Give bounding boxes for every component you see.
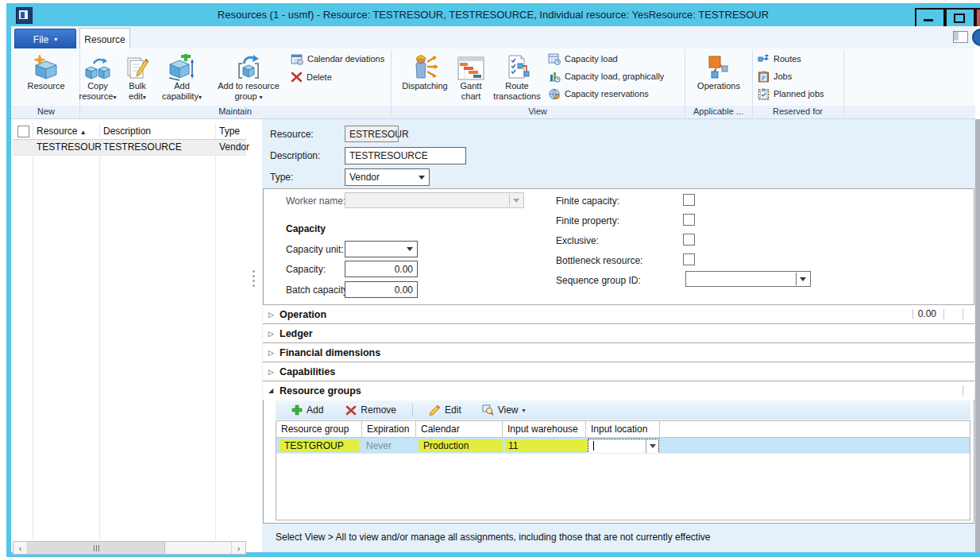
- gantt-chart-button[interactable]: Gantt chart: [453, 50, 489, 105]
- form-vertical-scrollbar[interactable]: [975, 119, 980, 552]
- batch-capacity-field[interactable]: 0.00: [345, 281, 418, 298]
- tab-resource-label: Resource: [84, 34, 125, 45]
- input-location-dropdown[interactable]: [588, 439, 659, 454]
- maximize-button[interactable]: [945, 8, 975, 26]
- calendar-deviations-button[interactable]: Calendar deviations: [291, 52, 384, 66]
- capacity-load-graphically-button[interactable]: Capacity load, graphically: [548, 69, 664, 83]
- capacity-unit-dropdown[interactable]: [345, 241, 418, 257]
- rg-col-expiration[interactable]: Expiration: [362, 421, 415, 437]
- bottleneck-resource-checkbox[interactable]: [683, 253, 695, 265]
- rg-col-input-location[interactable]: Input location: [586, 421, 659, 437]
- calendar-deviations-label: Calendar deviations: [307, 54, 384, 64]
- tab-resource[interactable]: Resource: [79, 28, 130, 50]
- capacity-load-label: Capacity load: [565, 54, 618, 64]
- fasttab-capabilities[interactable]: ▷ Capabilities: [263, 362, 974, 381]
- finite-capacity-checkbox[interactable]: [683, 194, 695, 206]
- file-menu-button[interactable]: File ▾: [14, 29, 76, 50]
- column-header-resource[interactable]: Resource ▲: [37, 126, 87, 137]
- capacity-unit-label: Capacity unit:: [286, 244, 344, 255]
- fasttab-financial-dimensions[interactable]: ▷ Financial dimensions: [263, 342, 974, 362]
- routes-button[interactable]: Routes: [758, 52, 801, 66]
- dispatching-button[interactable]: Dispatching: [399, 50, 450, 105]
- select-all-checkbox[interactable]: [17, 126, 29, 137]
- rg-col-input-warehouse[interactable]: Input warehouse: [503, 421, 585, 437]
- new-resource-label: Resource: [27, 81, 64, 91]
- resource-field-label: Resource:: [270, 129, 314, 140]
- sequence-group-dropdown[interactable]: [685, 271, 811, 287]
- title-bar[interactable]: Resources (1 - usmf) - Resource: TESTRES…: [6, 3, 980, 26]
- column-header-type[interactable]: Type: [219, 126, 240, 137]
- routes-icon: [758, 53, 770, 64]
- description-field-label: Description:: [270, 150, 320, 161]
- capacity-load-button[interactable]: Capacity load: [548, 52, 618, 66]
- finite-property-checkbox[interactable]: [683, 214, 695, 226]
- dispatching-icon: [410, 50, 440, 81]
- expander-collapsed-icon: ▷: [268, 349, 276, 357]
- column-divider: [99, 123, 100, 540]
- resource-field[interactable]: ESTRESOUR: [345, 126, 399, 142]
- delete-icon: [291, 72, 303, 83]
- fasttab-operation[interactable]: ▷ Operation 0.00: [263, 304, 974, 323]
- gantt-chart-icon: [457, 50, 484, 81]
- exclusive-checkbox[interactable]: [683, 234, 695, 246]
- row-type-cell: Vendor: [219, 141, 249, 153]
- route-transactions-label: Route transactions: [491, 81, 543, 102]
- type-field-label: Type:: [270, 172, 293, 183]
- copy-resource-label: Copy resource: [79, 81, 114, 101]
- rg-col-resource-group[interactable]: Resource group: [276, 421, 361, 437]
- list-horizontal-scrollbar[interactable]: ‹ ›: [13, 541, 246, 555]
- minimize-icon: [924, 19, 933, 21]
- rg-cell-input-warehouse: 11: [508, 440, 518, 451]
- description-field[interactable]: TESTRESOURCE: [345, 147, 466, 164]
- delete-button[interactable]: Delete: [291, 70, 332, 84]
- type-dropdown[interactable]: Vendor: [345, 168, 430, 186]
- add-button[interactable]: Add: [291, 404, 323, 416]
- route-transactions-icon: [504, 50, 531, 81]
- rg-col-calendar[interactable]: Calendar: [416, 421, 502, 437]
- chevron-down-icon: [509, 194, 523, 207]
- new-resource-icon: [33, 50, 60, 81]
- scroll-right-button[interactable]: ›: [231, 542, 245, 554]
- close-button[interactable]: [975, 8, 980, 26]
- minimize-button[interactable]: [915, 8, 945, 26]
- bulk-edit-button[interactable]: Bulk edit▾: [121, 50, 154, 105]
- copy-resource-button[interactable]: Copy resource▾: [76, 50, 119, 105]
- pane-splitter[interactable]: [253, 270, 255, 287]
- view-button[interactable]: View ▾: [482, 404, 526, 416]
- add-capability-button[interactable]: Add capability▾: [156, 50, 208, 105]
- group-label-maintain: Maintain: [79, 106, 391, 116]
- row-divider: [276, 453, 970, 454]
- view-icon: [482, 404, 494, 416]
- route-transactions-button[interactable]: Route transactions: [491, 50, 543, 105]
- worker-name-label: Worker name:: [286, 195, 345, 207]
- planned-jobs-label: Planned jobs: [774, 89, 824, 99]
- capacity-field[interactable]: 0.00: [345, 261, 418, 277]
- file-menu-label: File: [33, 34, 48, 45]
- edit-button[interactable]: Edit: [429, 404, 461, 416]
- scrollbar-thumb[interactable]: [28, 542, 165, 554]
- planned-jobs-button[interactable]: Planned jobs: [758, 87, 824, 101]
- add-capability-label: Add capability: [162, 81, 199, 101]
- bottleneck-resource-label: Bottleneck resource:: [556, 255, 642, 266]
- application-window: Resources (1 - usmf) - Resource: TESTRES…: [0, 0, 980, 557]
- capacity-reservations-button[interactable]: Capacity reservations: [548, 87, 649, 101]
- remove-button[interactable]: Remove: [345, 404, 396, 416]
- column-header-description[interactable]: Description: [103, 126, 151, 137]
- column-divider: [215, 123, 216, 540]
- add-to-resource-group-button[interactable]: Add to resource group ▾: [211, 50, 286, 105]
- layout-switcher-icon[interactable]: [953, 31, 968, 43]
- scroll-left-button[interactable]: ‹: [14, 542, 28, 554]
- fasttab-resource-groups[interactable]: ◢ Resource groups: [263, 381, 974, 400]
- resource-groups-toolbar: Add Remove Edit View ▾: [276, 400, 970, 420]
- routes-label: Routes: [774, 54, 801, 64]
- chevron-down-icon: ▾: [113, 94, 116, 101]
- window-title: Resources (1 - usmf) - Resource: TESTRES…: [6, 9, 980, 21]
- resource-list-row[interactable]: TESTRESOUR TESTRESOURCE Vendor: [13, 140, 246, 156]
- toolbar-separator: [412, 404, 413, 416]
- exclusive-label: Exclusive:: [556, 235, 599, 246]
- operations-button[interactable]: Operations: [688, 50, 750, 105]
- add-label: Add: [307, 404, 323, 416]
- new-resource-button[interactable]: Resource: [16, 50, 76, 105]
- fasttab-ledger[interactable]: ▷ Ledger: [263, 323, 974, 342]
- jobs-button[interactable]: Jobs: [758, 69, 792, 83]
